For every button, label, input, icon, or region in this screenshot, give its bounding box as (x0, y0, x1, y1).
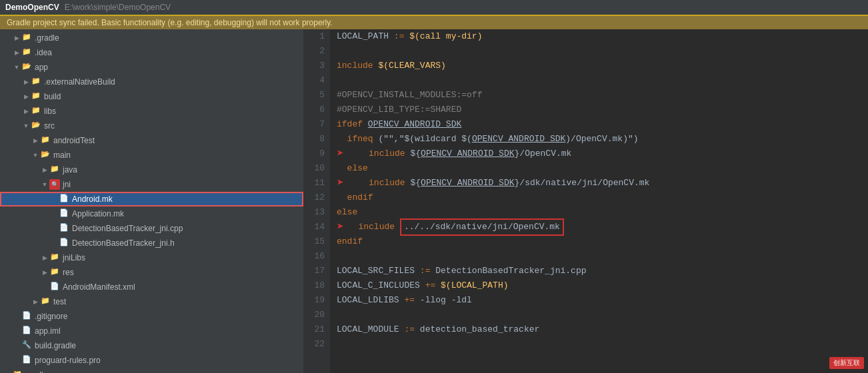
sidebar-item-proguard[interactable]: proguard-rules.pro (0, 353, 303, 368)
arrow-icon (31, 298, 40, 305)
code-line-10: else (337, 161, 861, 176)
sidebar-item-gradle[interactable]: .gradle (0, 31, 303, 45)
sidebar-item-label: res (63, 268, 74, 277)
sidebar-item-build-gradle[interactable]: build.gradle (0, 338, 303, 353)
xml-file-icon (49, 282, 60, 292)
sidebar-item-label: jniLibs (63, 253, 85, 262)
arrow-icon (31, 137, 40, 144)
sidebar-item-jnilibs[interactable]: jniLibs (0, 250, 303, 265)
sidebar-item-app[interactable]: app (0, 60, 303, 75)
line-num-7: 7 (309, 117, 325, 132)
sidebar-item-detection-cpp[interactable]: DetectionBasedTracker_jni.cpp (0, 221, 303, 236)
line-num-5: 5 (309, 88, 325, 103)
sidebar-item-androidmanifest[interactable]: AndroidManifest.xml (0, 280, 303, 294)
code-line-18: LOCAL_C_INCLUDES += $(LOCAL_PATH) (337, 278, 861, 293)
line-num-12: 12 (309, 190, 325, 205)
sidebar-item-label: build.gradle (35, 341, 76, 350)
sidebar-item-java[interactable]: java (0, 163, 303, 177)
line-num-22: 22 (309, 337, 325, 352)
code-line-8: ifneq ("","$(wildcard $(OPENCV_ANDROID_S… (337, 132, 861, 147)
folder-icon (40, 135, 51, 146)
title-bar: DemoOpenCV E:\work\simple\DemoOpenCV (0, 0, 868, 15)
arrow-14: ➤ (337, 221, 344, 233)
arrow-icon (21, 93, 31, 100)
sidebar-item-label: main (53, 151, 71, 160)
sidebar-item-gitignore[interactable]: .gitignore (0, 309, 303, 324)
code-line-16 (337, 249, 861, 264)
sidebar-item-label: Android.mk (72, 194, 113, 204)
sidebar-item-label: build (44, 92, 61, 101)
sidebar-item-label: proguard-rules.pro (35, 356, 101, 365)
project-path: E:\work\simple\DemoOpenCV (65, 3, 171, 12)
arrow-9: ➤ (337, 148, 344, 160)
line-num-10: 10 (309, 161, 325, 176)
editor-content: 1 2 3 4 5 6 7 8 9 10 11 12 13 14 15 16 1… (303, 29, 868, 373)
line-num-8: 8 (309, 132, 325, 147)
sidebar-item-test[interactable]: test (0, 294, 303, 309)
code-line-15: endif (337, 234, 861, 249)
line-num-11: 11 (309, 176, 325, 190)
sidebar-item-jni[interactable]: jni (0, 177, 303, 192)
sidebar-item-idea[interactable]: .idea (0, 45, 303, 60)
code-line-22 (337, 337, 861, 352)
code-editor[interactable]: 1 2 3 4 5 6 7 8 9 10 11 12 13 14 15 16 1… (303, 29, 868, 373)
sidebar-item-label: java (63, 165, 77, 175)
cpp-file-icon (59, 223, 69, 234)
sidebar-item-detection-h[interactable]: DetectionBasedTracker_jni.h (0, 236, 303, 250)
sidebar-item-externalnativebuild[interactable]: .externalNativeBuild (0, 75, 303, 89)
sidebar-item-label: Application.mk (72, 209, 124, 218)
sidebar-item-label: .gradle (35, 33, 59, 43)
iml-file-icon (21, 326, 32, 336)
sidebar-item-libs[interactable]: libs (0, 104, 303, 119)
sidebar-item-gradle-root[interactable]: gradle (0, 368, 303, 373)
sidebar-item-label: DetectionBasedTracker_jni.h (72, 238, 175, 248)
code-line-17: LOCAL_SRC_FILES := DetectionBasedTracker… (337, 264, 861, 278)
folder-icon (21, 33, 32, 43)
arrow-icon (40, 254, 49, 261)
code-line-1: LOCAL_PATH := $(call my-dir) (337, 29, 861, 44)
sidebar-item-main[interactable]: main (0, 148, 303, 163)
folder-icon (21, 47, 32, 58)
sidebar-item-label: test (53, 297, 66, 306)
gitignore-file-icon (21, 311, 32, 322)
h-file-icon (59, 238, 69, 248)
arrow-icon (21, 79, 31, 85)
sidebar-item-android-mk[interactable]: Android.mk (0, 192, 303, 206)
line-num-17: 17 (309, 264, 325, 278)
code-line-2 (337, 44, 861, 59)
sidebar-item-build[interactable]: build (0, 89, 303, 104)
folder-icon (21, 62, 32, 73)
code-line-13: else (337, 205, 861, 220)
sidebar-item-label: DetectionBasedTracker_jni.cpp (72, 224, 183, 233)
sidebar-item-res[interactable]: res (0, 265, 303, 280)
code-line-3: include $(CLEAR_VARS) (337, 59, 861, 73)
line-num-3: 3 (309, 59, 325, 73)
sidebar-item-label: .gitignore (35, 312, 67, 321)
gradle-file-icon (21, 340, 32, 351)
folder-icon (49, 252, 60, 263)
sidebar-item-label: app.iml (35, 326, 61, 336)
line-num-6: 6 (309, 103, 325, 117)
folder-icon (12, 370, 23, 373)
mk-file-icon (59, 194, 69, 204)
watermark: 创新互联 (829, 357, 864, 369)
line-numbers: 1 2 3 4 5 6 7 8 9 10 11 12 13 14 15 16 1… (303, 29, 330, 373)
warning-banner: Gradle project sync failed. Basic functi… (0, 15, 868, 29)
line-num-13: 13 (309, 205, 325, 220)
pro-file-icon (21, 355, 32, 366)
sidebar-item-label: app (35, 63, 48, 72)
code-area[interactable]: LOCAL_PATH := $(call my-dir) include $(C… (330, 29, 868, 373)
highlight-box-14: ../../sdk/native/jni/OpenCV.mk (400, 218, 564, 236)
sidebar-item-androidtest[interactable]: androidTest (0, 133, 303, 148)
sidebar-item-application-mk[interactable]: Application.mk (0, 206, 303, 221)
sidebar[interactable]: .gradle .idea app .externalNativeBuild b… (0, 29, 303, 373)
line-num-18: 18 (309, 278, 325, 293)
arrow-11: ➤ (337, 177, 344, 189)
sidebar-item-app-iml[interactable]: app.iml (0, 324, 303, 338)
code-line-4 (337, 73, 861, 88)
sidebar-item-src[interactable]: src (0, 119, 303, 133)
folder-icon (31, 77, 41, 87)
line-num-2: 2 (309, 44, 325, 59)
sidebar-item-label: jni (63, 180, 71, 189)
arrow-icon (40, 269, 49, 276)
